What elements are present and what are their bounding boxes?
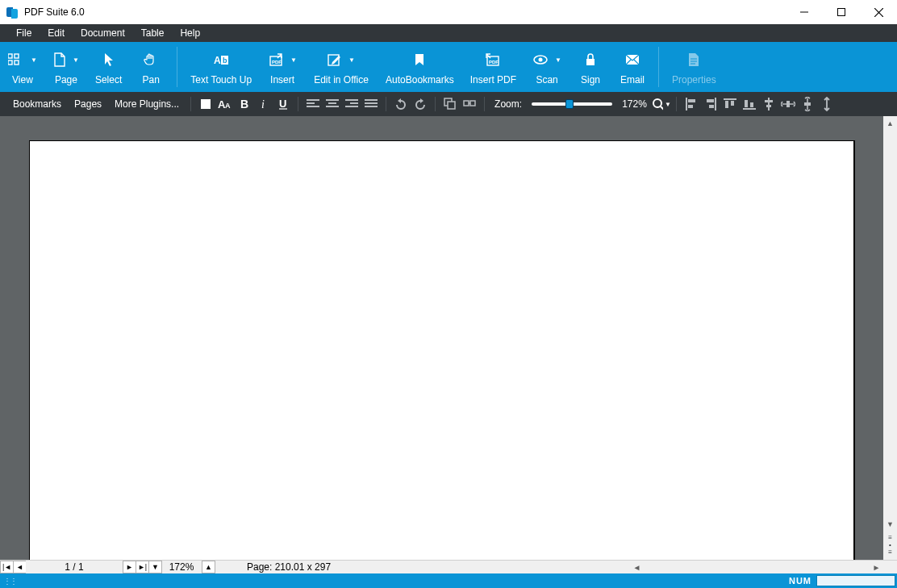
pages-panel-button[interactable]: Pages bbox=[68, 95, 108, 113]
svg-rect-53 bbox=[709, 105, 714, 108]
status-well bbox=[816, 575, 895, 586]
ribbon-separator bbox=[177, 47, 177, 87]
ribbon-toolbar: ▼ View ▼ Page Select Pan Ab Text Touch U… bbox=[0, 42, 897, 92]
paste-button[interactable] bbox=[460, 94, 479, 114]
toolbar-separator bbox=[435, 97, 436, 111]
svg-rect-23 bbox=[201, 99, 211, 109]
dropdown-icon: ▼ bbox=[348, 56, 355, 64]
align-objects-bottom-button[interactable] bbox=[740, 94, 759, 114]
edit-in-office-button[interactable]: ▼ Edit in Office bbox=[305, 42, 378, 92]
nav-browse-icon[interactable]: • bbox=[888, 543, 892, 548]
scroll-up-button[interactable]: ▲ bbox=[883, 116, 897, 130]
more-plugins-button[interactable]: More Plugins... bbox=[108, 95, 186, 113]
scroll-down-button[interactable]: ▼ bbox=[883, 517, 897, 531]
menu-edit[interactable]: Edit bbox=[40, 25, 73, 41]
font-color-button[interactable] bbox=[196, 94, 215, 114]
properties-button[interactable]: Properties bbox=[664, 42, 724, 92]
svg-rect-45 bbox=[470, 101, 475, 106]
zoom-tool-button[interactable]: ▼ bbox=[652, 94, 671, 114]
svg-rect-49 bbox=[688, 99, 695, 102]
view-icon bbox=[8, 52, 24, 67]
distribute-vertical-button[interactable] bbox=[798, 94, 817, 114]
zoom-out-button[interactable]: ▼ bbox=[148, 561, 162, 573]
svg-rect-52 bbox=[707, 99, 714, 102]
menu-file[interactable]: File bbox=[8, 25, 40, 41]
maximize-button[interactable] bbox=[823, 0, 860, 24]
text-touch-up-button[interactable]: Ab Text Touch Up bbox=[182, 42, 260, 92]
nav-prev-section-icon[interactable]: ≡ bbox=[888, 536, 892, 540]
align-justify-button[interactable] bbox=[361, 94, 381, 114]
menu-table[interactable]: Table bbox=[133, 25, 173, 41]
svg-text:PDF: PDF bbox=[272, 60, 282, 65]
svg-rect-44 bbox=[464, 101, 469, 106]
insert-pdf-button[interactable]: PDF Insert PDF bbox=[462, 42, 524, 92]
svg-text:b: b bbox=[223, 56, 227, 65]
edit-icon bbox=[328, 52, 342, 67]
first-page-button[interactable]: |◄ bbox=[0, 561, 14, 573]
document-icon bbox=[687, 52, 700, 67]
minimize-button[interactable] bbox=[786, 0, 823, 24]
view-button[interactable]: ▼ View bbox=[0, 42, 45, 92]
zoom-slider[interactable] bbox=[532, 96, 612, 112]
menu-document[interactable]: Document bbox=[73, 25, 133, 41]
align-objects-center-v-button[interactable] bbox=[759, 94, 778, 114]
sign-button[interactable]: Sign bbox=[569, 42, 611, 92]
next-page-button[interactable]: ► bbox=[123, 561, 136, 573]
align-objects-left-button[interactable] bbox=[682, 94, 701, 114]
autobookmarks-button[interactable]: AutoBookmarks bbox=[378, 42, 462, 92]
svg-text:A: A bbox=[225, 102, 231, 110]
pdf-page[interactable] bbox=[29, 140, 855, 560]
last-page-button[interactable]: ►| bbox=[136, 561, 149, 573]
italic-button[interactable]: i bbox=[254, 94, 273, 114]
lock-icon bbox=[585, 52, 596, 67]
fit-height-button[interactable] bbox=[817, 94, 837, 114]
bookmarks-panel-button[interactable]: Bookmarks bbox=[6, 95, 68, 113]
toolbar-separator bbox=[298, 97, 298, 111]
dropdown-icon: ▼ bbox=[290, 56, 297, 64]
zoom-level-field[interactable]: 172% bbox=[161, 561, 202, 573]
email-button[interactable]: Email bbox=[611, 42, 653, 92]
hscroll-right-button[interactable]: ► bbox=[870, 561, 883, 573]
nav-next-section-icon[interactable]: ≡ bbox=[888, 550, 892, 555]
font-size-button[interactable]: AA bbox=[215, 94, 235, 114]
undo-button[interactable] bbox=[391, 94, 411, 114]
hscroll-left-button[interactable]: ◄ bbox=[630, 561, 644, 573]
scan-button[interactable]: ▼ Scan bbox=[524, 42, 569, 92]
page-icon bbox=[53, 52, 66, 67]
svg-rect-4 bbox=[8, 54, 12, 58]
insert-pdf-doc-icon: PDF bbox=[485, 52, 501, 67]
bold-button[interactable]: B bbox=[235, 94, 254, 114]
pan-button[interactable]: Pan bbox=[130, 42, 172, 92]
prev-page-button[interactable]: ◄ bbox=[13, 561, 27, 573]
page-size-label: Page: 210.01 x 297 bbox=[215, 561, 331, 573]
zoom-value: 172% bbox=[617, 98, 652, 110]
close-button[interactable] bbox=[860, 0, 897, 24]
document-viewport[interactable] bbox=[0, 116, 883, 560]
scroll-track[interactable] bbox=[883, 130, 897, 517]
cursor-icon bbox=[103, 52, 115, 67]
vertical-scrollbar[interactable]: ▲ ▼ ≡ • ≡ bbox=[883, 116, 897, 560]
align-objects-top-button[interactable] bbox=[720, 94, 740, 114]
page-number-field[interactable]: 1 / 1 bbox=[26, 561, 123, 573]
underline-button[interactable]: U bbox=[273, 94, 293, 114]
app-icon bbox=[6, 7, 19, 17]
align-objects-right-button[interactable] bbox=[701, 94, 720, 114]
svg-text:PDF: PDF bbox=[489, 60, 499, 65]
scan-icon bbox=[532, 53, 549, 66]
distribute-horizontal-button[interactable] bbox=[778, 94, 798, 114]
redo-button[interactable] bbox=[411, 94, 430, 114]
title-bar: PDF Suite 6.0 bbox=[0, 0, 897, 24]
insert-button[interactable]: PDF▼ Insert bbox=[260, 42, 305, 92]
align-center-button[interactable] bbox=[323, 94, 342, 114]
page-button[interactable]: ▼ Page bbox=[45, 42, 87, 92]
email-icon bbox=[625, 54, 640, 65]
zoom-in-button[interactable]: ▲ bbox=[202, 561, 215, 573]
copy-button[interactable] bbox=[440, 94, 460, 114]
menu-help[interactable]: Help bbox=[172, 25, 208, 41]
toolbar-separator bbox=[386, 97, 386, 111]
align-left-button[interactable] bbox=[303, 94, 323, 114]
svg-rect-56 bbox=[731, 101, 734, 106]
svg-rect-5 bbox=[15, 54, 19, 58]
select-button[interactable]: Select bbox=[87, 42, 130, 92]
align-right-button[interactable] bbox=[342, 94, 361, 114]
